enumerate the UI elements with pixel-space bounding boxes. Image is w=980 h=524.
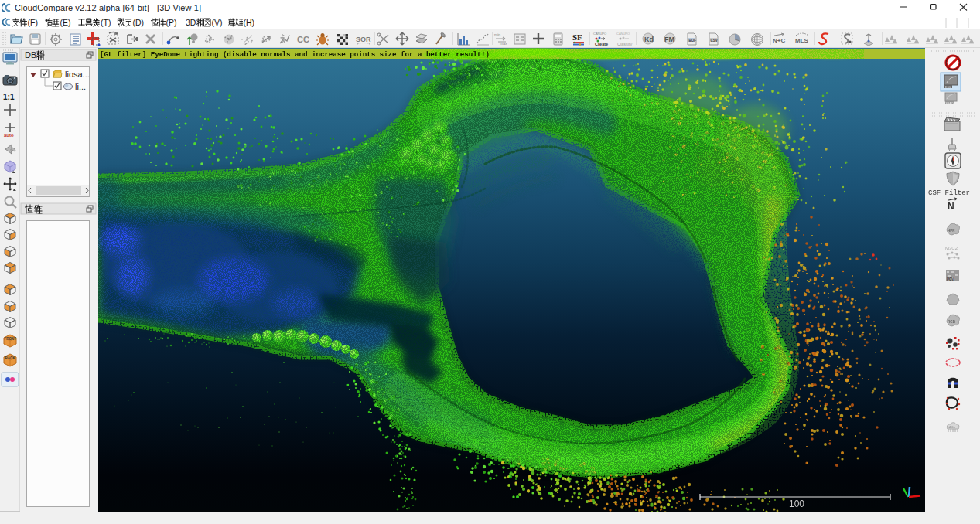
svg-text:(E): (E) <box>60 18 71 27</box>
svg-text:CANUPO: CANUPO <box>616 32 630 36</box>
svg-text:LASlib: LASlib <box>948 426 955 429</box>
svg-text:SSAO: SSAO <box>946 102 954 105</box>
svg-text:SOR: SOR <box>356 36 371 43</box>
svg-text:BOF: BOF <box>689 39 697 43</box>
svg-text:CC: CC <box>297 35 309 44</box>
svg-text:auto: auto <box>4 133 14 138</box>
svg-text:M3C2: M3C2 <box>945 246 958 250</box>
svg-text:min: min <box>494 32 500 37</box>
svg-text:(P): (P) <box>166 18 177 27</box>
svg-text:SF: SF <box>572 32 582 42</box>
svg-text:(H): (H) <box>244 18 255 27</box>
svg-text:FRONT: FRONT <box>5 337 17 341</box>
svg-text:[GL filter] EyeDome Lighting (: [GL filter] EyeDome Lighting (disable no… <box>100 50 490 59</box>
svg-text:(D): (D) <box>133 18 145 27</box>
svg-text:100: 100 <box>789 498 804 509</box>
svg-text:(F): (F) <box>28 18 38 27</box>
svg-text:3D: 3D <box>186 18 196 27</box>
svg-text:1:1: 1:1 <box>3 93 15 101</box>
svg-text:HPR: HPR <box>948 229 955 233</box>
svg-text:CSV: CSV <box>711 39 718 43</box>
svg-text:(V): (V) <box>212 18 223 27</box>
svg-text:DB: DB <box>25 50 36 60</box>
svg-text:Classify: Classify <box>617 42 633 46</box>
svg-text:(T): (T) <box>101 18 111 27</box>
svg-text:liosa...: liosa... <box>65 70 90 79</box>
svg-text:CANUPO: CANUPO <box>593 32 606 36</box>
svg-text:FM: FM <box>664 36 674 43</box>
svg-text:N+C: N+C <box>773 37 785 44</box>
svg-text:PCV: PCV <box>947 277 954 281</box>
svg-text:EDL: EDL <box>945 85 952 89</box>
svg-text:CSF Filter: CSF Filter <box>928 189 970 197</box>
svg-text:Kd: Kd <box>644 36 654 43</box>
svg-text:li...: li... <box>75 82 86 91</box>
svg-text:MLS: MLS <box>795 37 809 44</box>
svg-text:N: N <box>948 201 954 212</box>
svg-text:RGB: RGB <box>948 320 956 324</box>
svg-text:Create: Create <box>595 42 608 46</box>
svg-text:BACK: BACK <box>5 356 16 360</box>
